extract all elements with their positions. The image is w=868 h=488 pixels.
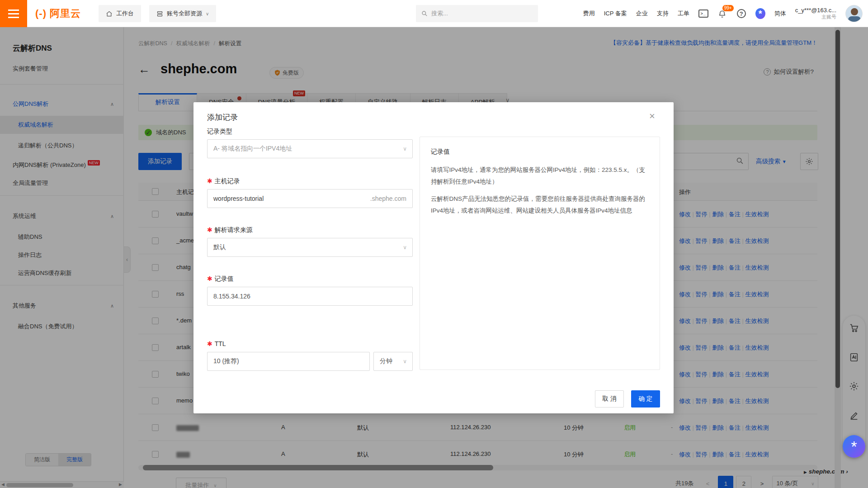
- home-icon: [106, 10, 113, 17]
- hamburger-menu-icon[interactable]: [0, 0, 27, 27]
- host-record-input[interactable]: wordpress-tutorial.shephe.com: [207, 189, 413, 208]
- help-panel-title: 记录值: [431, 148, 649, 156]
- aliyun-logo[interactable]: (-) 阿里云: [35, 7, 81, 20]
- confirm-button[interactable]: 确 定: [631, 390, 660, 407]
- language-switcher[interactable]: 简体: [774, 9, 786, 18]
- record-type-select[interactable]: A- 将域名指向一个IPV4地址∨: [207, 139, 413, 158]
- notification-badge: 99+: [722, 5, 734, 12]
- top-navbar: (-) 阿里云 工作台 账号全部资源 ∨ 搜索... 费用 ICP 备案 企业 …: [0, 0, 868, 27]
- resource-list-icon: [156, 10, 163, 17]
- record-value-help-panel: 记录值 请填写IPv4地址，通常为您的网站服务器公网IPv4地址，例如：223.…: [420, 137, 660, 370]
- chevron-down-icon: ∨: [403, 358, 407, 365]
- help-paragraph-2: 云解析DNS产品无法知悉您的记录值，需要您前往服务器提供商处查询服务器的IPv4…: [431, 193, 649, 217]
- tongyi-assistant-icon[interactable]: *: [755, 9, 765, 19]
- chevron-down-icon: ∨: [403, 244, 407, 251]
- resolution-line-select[interactable]: 默认∨: [207, 238, 413, 257]
- notification-bell-icon[interactable]: 99+: [717, 9, 727, 19]
- modal-title: 添加记录: [207, 112, 238, 123]
- resources-label: 账号全部资源: [167, 9, 202, 18]
- resolution-line-label: ✱解析请求来源: [207, 226, 253, 234]
- avatar[interactable]: [845, 5, 863, 22]
- cloudshell-icon[interactable]: >_: [698, 9, 708, 19]
- nav-enterprise[interactable]: 企业: [636, 9, 648, 18]
- help-paragraph-1: 请填写IPv4地址，通常为您的网站服务器公网IPv4地址，例如：223.5.5.…: [431, 164, 649, 188]
- record-value-label: ✱记录值: [207, 275, 234, 283]
- account-email: c_y***@163.c...: [795, 7, 836, 14]
- ttl-unit-select[interactable]: 分钟∨: [373, 352, 413, 371]
- cancel-button[interactable]: 取 消: [595, 390, 624, 407]
- search-icon: [421, 10, 428, 17]
- navbar-right-group: 费用 ICP 备案 企业 支持 工单 >_ 99+ ? * 简体 c_y***@…: [583, 0, 863, 27]
- nav-support[interactable]: 支持: [657, 9, 669, 18]
- nav-icp[interactable]: ICP 备案: [604, 9, 627, 18]
- account-resources-dropdown[interactable]: 账号全部资源 ∨: [149, 5, 216, 22]
- nav-tickets[interactable]: 工单: [678, 9, 689, 18]
- host-record-label: ✱主机记录: [207, 177, 240, 185]
- host-suffix: .shephe.com: [370, 195, 406, 202]
- account-menu[interactable]: c_y***@163.c... 主账号: [795, 7, 836, 20]
- account-type: 主账号: [821, 14, 836, 20]
- ttl-label: ✱TTL: [207, 340, 226, 347]
- ai-assistant-button[interactable]: *: [843, 435, 865, 458]
- workbench-button[interactable]: 工作台: [99, 5, 141, 22]
- record-type-label: 记录类型: [207, 128, 232, 136]
- app-root: (-) 阿里云 工作台 账号全部资源 ∨ 搜索... 费用 ICP 备案 企业 …: [0, 0, 868, 488]
- workbench-label: 工作台: [116, 9, 134, 18]
- help-question-icon[interactable]: ?: [736, 9, 746, 19]
- add-record-modal: 添加记录 × 记录类型 A- 将域名指向一个IPV4地址∨ ✱主机记录 word…: [193, 102, 674, 413]
- search-placeholder: 搜索...: [431, 9, 448, 18]
- global-search-input[interactable]: 搜索...: [416, 5, 538, 22]
- chevron-down-icon: ∨: [206, 11, 209, 16]
- nav-billing[interactable]: 费用: [583, 9, 595, 18]
- record-value-input[interactable]: 8.155.34.126: [207, 287, 413, 306]
- close-icon[interactable]: ×: [649, 110, 655, 122]
- chevron-down-icon: ∨: [403, 146, 407, 152]
- ttl-input[interactable]: 10 (推荐): [207, 352, 370, 371]
